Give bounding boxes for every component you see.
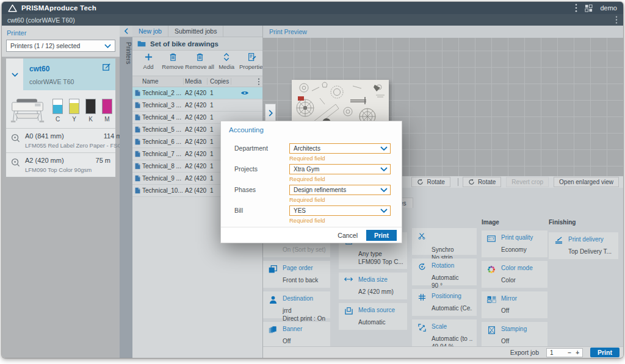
collapse-panel-button[interactable]: [120, 26, 132, 37]
settings-tile[interactable]: Print delivery Top Delivery T...: [549, 232, 618, 259]
mirror-icon: [486, 296, 497, 315]
printers-vertical-tab[interactable]: Printers: [120, 42, 132, 64]
job-row[interactable]: Technical_3 ... A2 (420 m 1: [132, 99, 262, 112]
copies-stepper[interactable]: 1 − +: [546, 348, 583, 357]
tile-value: Synchro: [432, 246, 472, 254]
media-roll-item[interactable]: A2 (420 mm) 75 m LFM090 Top Color 90gsm: [6, 152, 115, 177]
printer-context-bar: cwt60 (colorWAVE T60): [2, 14, 623, 26]
job-set-title: Set of bike drawings: [150, 40, 219, 48]
tile-value: Economy: [501, 246, 543, 254]
collapse-printer-icon[interactable]: [6, 59, 23, 90]
printer-card[interactable]: cwt60 colorWAVE T60: [5, 58, 116, 177]
settings-tile[interactable]: Rotation Automatic90 °: [412, 259, 477, 285]
preview-action-button[interactable]: Rotate: [411, 177, 450, 187]
settings-tile[interactable]: Positioning Automatic (Ce...: [412, 289, 477, 316]
bottom-action-bar: Export job 1 − + Print: [263, 346, 623, 358]
tile-value: A2 (420 mm): [358, 288, 403, 296]
tile-title: Page order: [283, 264, 326, 272]
user-menu[interactable]: demo: [600, 4, 617, 12]
jobs-tab[interactable]: Submitted jobs: [168, 26, 223, 37]
job-media: A2 (420 m: [184, 187, 208, 194]
job-set-row[interactable]: Set of bike drawings: [132, 37, 262, 51]
accounting-field-row: Phases Design refinements Required field: [221, 185, 402, 204]
job-copies: 1: [208, 114, 231, 121]
toolbar-button[interactable]: Remove: [164, 53, 181, 76]
field-dropdown[interactable]: Xtra Gym: [289, 164, 391, 174]
decrease-copies-button[interactable]: −: [568, 349, 571, 356]
expand-preview-button[interactable]: [265, 104, 276, 122]
settings-tile[interactable]: Scale Automatic (to ...49.94 %: [412, 319, 477, 346]
jobs-tabs: New job Submitted jobs: [132, 26, 262, 37]
settings-tile[interactable]: Page order Front to back: [263, 261, 330, 288]
tile-value: Color: [501, 276, 543, 284]
toolbar-button[interactable]: Remove all: [189, 53, 211, 76]
field-dropdown[interactable]: Design refinements: [289, 185, 391, 195]
edit-printer-icon[interactable]: [103, 63, 110, 71]
ink-level: K: [85, 99, 96, 123]
job-media: A2 (420 m: [184, 114, 208, 121]
preview-thumbnail[interactable]: [292, 80, 389, 126]
print-button[interactable]: Print: [590, 348, 620, 357]
jobs-tab[interactable]: New job: [132, 26, 168, 37]
preview-eye-icon[interactable]: [240, 90, 249, 96]
settings-tile[interactable]: Stamping Off: [482, 322, 547, 346]
job-row[interactable]: Technical_2 ... A2 (420 m 1: [132, 87, 262, 99]
media-roll-item[interactable]: A0 (841 mm) 114 m LFM055 Red Label Zero …: [6, 128, 115, 152]
tile-title: Media source: [358, 306, 403, 314]
tile-value: On (Sort by set): [283, 246, 326, 254]
titlebar-menu-icon[interactable]: [575, 4, 577, 12]
document-edit-icon: [248, 53, 256, 62]
tile-title: Banner: [283, 325, 326, 333]
drawing-file-icon: [135, 151, 140, 157]
accounting-field-row: Department Architects Required field: [221, 143, 402, 162]
toolbar-button[interactable]: Properties: [242, 53, 262, 76]
table-menu-icon[interactable]: [258, 78, 260, 85]
toolbar-button[interactable]: Media: [218, 53, 235, 76]
accounting-fields: Department Architects Required field Pro…: [221, 143, 402, 224]
printer-name: cwt60: [29, 65, 49, 73]
organization-icon[interactable]: [585, 4, 593, 12]
job-copies: 1: [208, 90, 231, 96]
export-job-button[interactable]: Export job: [510, 349, 539, 356]
printer-select[interactable]: Printers (1 / 12) selected: [6, 40, 115, 52]
settings-column: Image Print quality: [482, 219, 547, 346]
add-icon: [145, 53, 153, 62]
settings-tile[interactable]: Destination jrrdDirect print : On: [263, 291, 330, 318]
job-media: A2 (420 m: [184, 175, 208, 182]
job-media: A2 (420 m: [184, 138, 208, 145]
media-rolls: A0 (841 mm) 114 m LFM055 Red Label Zero …: [6, 128, 115, 177]
settings-tile[interactable]: Banner Off: [263, 322, 330, 346]
field-dropdown[interactable]: YES: [289, 205, 391, 216]
column-header-media[interactable]: Media: [184, 78, 208, 85]
job-copies: 1: [208, 102, 231, 109]
sort-vertical-icon: [223, 53, 229, 62]
chevron-down-icon: [380, 146, 388, 151]
preview-action-button[interactable]: Rotate: [463, 177, 501, 187]
increase-copies-button[interactable]: +: [576, 349, 579, 356]
job-table-header: Name Media Copies: [132, 76, 262, 87]
preview-action-button[interactable]: Open enlarged view: [554, 177, 619, 187]
tile-title: Print delivery: [568, 235, 614, 243]
column-header-name[interactable]: Name: [132, 78, 184, 85]
toolbar-button[interactable]: Add: [140, 53, 157, 76]
field-dropdown[interactable]: Architects: [289, 143, 391, 154]
tile-title: Destination: [283, 294, 326, 302]
settings-tile[interactable]: Mirror Off: [482, 291, 547, 318]
column-header-copies[interactable]: Copies: [208, 78, 231, 85]
settings-tile[interactable]: Color mode Color: [482, 261, 547, 288]
dialog-print-button[interactable]: Print: [366, 230, 397, 241]
tile-value: jrrd: [283, 307, 326, 315]
roll-icon: [11, 158, 20, 173]
settings-tile[interactable]: SynchroNo strip: [412, 228, 477, 255]
preview-action-button[interactable]: Revert crop: [506, 177, 549, 187]
settings-tile[interactable]: Media size A2 (420 mm): [339, 273, 407, 299]
tile-value: LFM090 Top C...: [358, 258, 403, 266]
settings-tile[interactable]: Print quality Economy: [482, 230, 547, 257]
accounting-dialog: Accounting Department Architects Require…: [220, 121, 402, 243]
cancel-button[interactable]: Cancel: [338, 232, 358, 239]
drawing-file-icon: [135, 187, 140, 194]
subbar-menu-icon[interactable]: [615, 16, 618, 24]
settings-tile[interactable]: Media source Automatic: [339, 303, 407, 330]
job-media: A2 (420 m: [184, 90, 208, 96]
field-label: Phases: [234, 185, 289, 204]
